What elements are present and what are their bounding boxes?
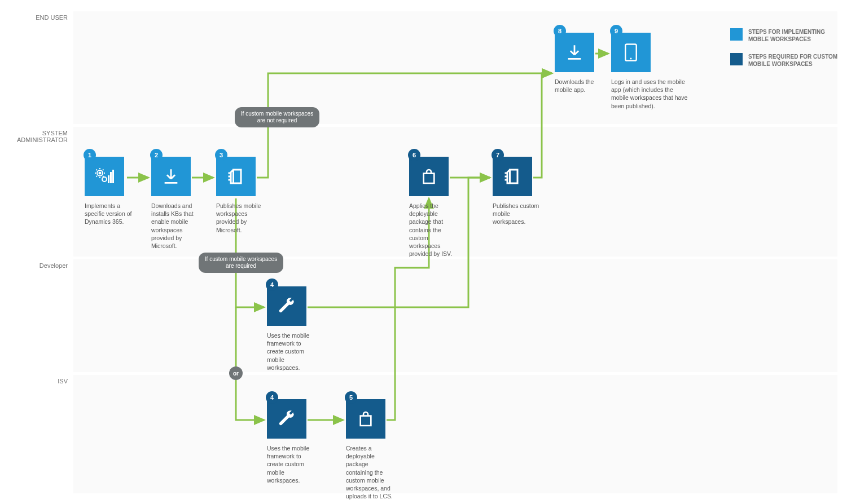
lane-end-user: END USER <box>73 11 837 124</box>
wrench-icon <box>277 409 296 428</box>
step-2-badge: 2 <box>150 149 163 161</box>
lane-label-isv: ISV <box>58 378 68 384</box>
step-9: 9 Logs in and uses the mobile app (which… <box>611 33 690 110</box>
lane-developer: Developer <box>73 259 837 372</box>
step-7-caption: Publishes custom mobile workspaces. <box>493 202 542 226</box>
step-9-badge: 9 <box>610 25 622 37</box>
step-6-caption: Applies the deployable package that cont… <box>409 202 459 258</box>
legend-text-dark: STEPS REQUIRED FOR CUSTOM MOBILE WORKSPA… <box>748 53 843 68</box>
step-4-isv-badge: 4 <box>266 391 278 404</box>
lane-label-system-admin: SYSTEM ADMINISTRATOR <box>17 130 68 143</box>
step-4-isv-caption: Uses the mobile framework to create cust… <box>267 444 317 484</box>
step-7: 7 Publishes custom mobile workspaces. <box>493 157 542 226</box>
svg-rect-3 <box>108 175 109 183</box>
step-6-badge: 6 <box>408 149 420 161</box>
step-8-caption: Downloads the mobile app. <box>555 78 604 94</box>
legend-swatch-dark <box>730 53 743 65</box>
legend: STEPS FOR IMPLEMENTING MOBLE WORKSPACES … <box>730 28 843 78</box>
lane-label-developer: Developer <box>40 262 68 269</box>
step-6-tile <box>409 157 449 196</box>
step-4-isv: 4 Uses the mobile framework to create cu… <box>267 399 317 484</box>
decision-required: If custom mobile workspaces are required <box>199 253 283 273</box>
step-4-dev-caption: Uses the mobile framework to create cust… <box>267 331 317 372</box>
step-5: 5 Creates a deployable package containin… <box>346 399 396 500</box>
step-1-caption: Implements a specific version of Dynamic… <box>85 202 134 226</box>
svg-point-2 <box>102 177 107 182</box>
lane-label-system-admin-1: SYSTEM <box>42 130 68 136</box>
svg-rect-4 <box>110 172 112 183</box>
step-8: 8 Downloads the mobile app. <box>555 33 604 94</box>
decision-not-required: If custom mobile workspaces are not requ… <box>235 107 319 127</box>
step-1-badge: 1 <box>84 149 96 161</box>
step-3: 3 Publishes mobile workspaces provided b… <box>216 157 266 234</box>
step-7-badge: 7 <box>492 149 504 161</box>
download-icon <box>565 43 584 62</box>
package-icon <box>420 167 438 185</box>
legend-item-light: STEPS FOR IMPLEMENTING MOBLE WORKSPACES <box>730 28 843 43</box>
step-6: 6 Applies the deployable package that co… <box>409 157 459 258</box>
svg-point-1 <box>99 173 101 174</box>
step-3-tile <box>216 157 256 196</box>
step-9-caption: Logs in and uses the mobile app (which i… <box>611 78 690 110</box>
step-9-tile <box>611 33 651 72</box>
step-3-caption: Publishes mobile workspaces provided by … <box>216 202 266 234</box>
lane-label-system-admin-2: ADMINISTRATOR <box>17 136 68 143</box>
step-2-caption: Downloads and installs KBs that enable m… <box>151 202 201 250</box>
step-4-developer: 4 Uses the mobile framework to create cu… <box>267 286 317 372</box>
legend-swatch-light <box>730 28 743 41</box>
step-5-tile <box>346 399 385 439</box>
legend-item-dark: STEPS REQUIRED FOR CUSTOM MOBILE WORKSPA… <box>730 53 843 68</box>
step-1: 1 Implements a specific version of Dynam… <box>85 157 134 226</box>
step-1-tile <box>85 157 124 196</box>
lane-label-end-user: END USER <box>36 14 68 21</box>
step-4-isv-tile <box>267 399 306 439</box>
step-3-badge: 3 <box>215 149 227 161</box>
step-4-dev-tile <box>267 286 306 326</box>
gear-bars-icon <box>93 165 116 188</box>
package-icon <box>357 410 375 428</box>
step-7-tile <box>493 157 532 196</box>
step-5-badge: 5 <box>345 391 357 404</box>
step-4-dev-badge: 4 <box>266 278 278 291</box>
svg-rect-5 <box>112 170 114 183</box>
step-5-caption: Creates a deployable package containing … <box>346 444 396 500</box>
publish-icon <box>226 166 246 187</box>
diagram-canvas: END USER SYSTEM ADMINISTRATOR Developer … <box>0 0 860 504</box>
legend-text-light: STEPS FOR IMPLEMENTING MOBLE WORKSPACES <box>748 28 843 43</box>
wrench-icon <box>277 297 296 316</box>
step-2: 2 Downloads and installs KBs that enable… <box>151 157 201 250</box>
tablet-icon <box>622 43 639 62</box>
decision-or: or <box>229 366 243 380</box>
publish-icon <box>502 166 523 187</box>
step-2-tile <box>151 157 191 196</box>
step-8-badge: 8 <box>554 25 566 37</box>
step-8-tile <box>555 33 594 72</box>
download-icon <box>161 167 181 186</box>
svg-point-7 <box>630 58 632 59</box>
lane-isv: ISV <box>73 375 837 493</box>
